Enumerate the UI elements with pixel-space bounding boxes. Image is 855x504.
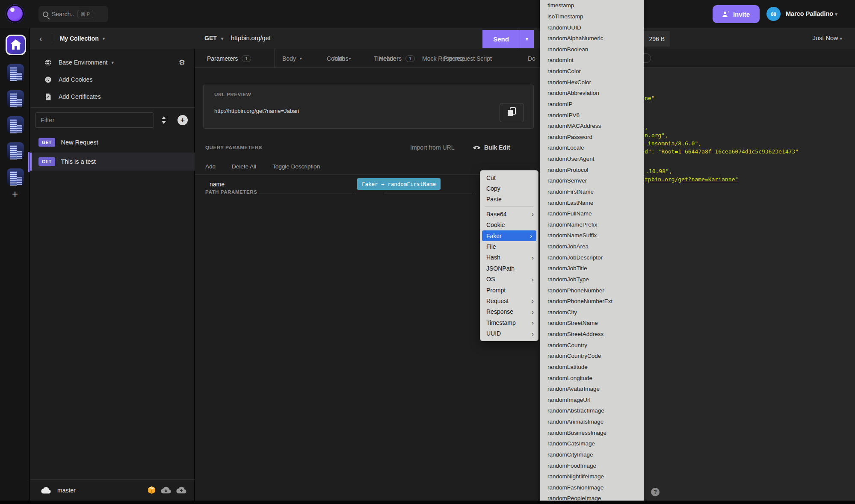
faker-item-randomalphanumeric[interactable]: randomAlphaNumeric	[540, 33, 644, 44]
project-icon[interactable]	[7, 142, 24, 159]
faker-item-randomlatitude[interactable]: randomLatitude	[540, 362, 644, 373]
toolbar-delete-all-button[interactable]: Delete All	[232, 163, 256, 170]
tab-do[interactable]: Do	[526, 49, 537, 68]
faker-item-randomjobtitle[interactable]: randomJobTitle	[540, 263, 644, 274]
faker-item-randomphonenumberext[interactable]: randomPhoneNumberExt	[540, 296, 644, 307]
faker-item-randomphonenumber[interactable]: randomPhoneNumber	[540, 285, 644, 296]
menu-item-base64[interactable]: Base64›	[480, 209, 538, 219]
branch-name[interactable]: master	[57, 487, 76, 494]
response-url-link[interactable]: tpbin.org/get?name=Karianne"	[645, 176, 738, 183]
faker-item-randomstreetaddress[interactable]: randomStreetAddress	[540, 329, 644, 340]
menu-item-timestamp[interactable]: Timestamp›	[480, 317, 538, 328]
copy-url-button[interactable]	[500, 103, 524, 122]
faker-item-randomint[interactable]: randomInt	[540, 55, 644, 66]
menu-item-file[interactable]: File	[480, 241, 538, 252]
faker-item-randomsemver[interactable]: randomSemver	[540, 175, 644, 186]
faker-item-randomnightlifeimage[interactable]: randomNightlifeImage	[540, 471, 644, 482]
faker-item-randombusinessimage[interactable]: randomBusinessImage	[540, 427, 644, 438]
project-icon[interactable]	[7, 90, 24, 107]
menu-item-cut[interactable]: Cut	[480, 172, 538, 183]
faker-item-randomabbreviation[interactable]: randomAbbreviation	[540, 88, 644, 99]
faker-item-randommacaddress[interactable]: randomMACAddress	[540, 121, 644, 132]
faker-item-randomstreetname[interactable]: randomStreetName	[540, 318, 644, 329]
menu-item-request[interactable]: Request›	[480, 295, 538, 306]
add-request-button[interactable]: +	[178, 115, 188, 125]
menu-item-uuid[interactable]: UUID›	[480, 328, 538, 339]
faker-item-randomanimalsimage[interactable]: randomAnimalsImage	[540, 416, 644, 427]
send-options-caret[interactable]: ▼	[520, 30, 534, 48]
faker-template-tag[interactable]: Faker → randomFirstName	[357, 178, 441, 190]
faker-item-randomcity[interactable]: randomCity	[540, 307, 644, 318]
faker-item-randomhexcolor[interactable]: randomHexColor	[540, 77, 644, 88]
menu-item-copy[interactable]: Copy	[480, 183, 538, 194]
filter-input[interactable]	[35, 112, 154, 128]
method-dropdown[interactable]: GET ▾	[204, 35, 223, 41]
faker-item-randomipv6[interactable]: randomIPV6	[540, 109, 644, 121]
faker-item-randomnamesuffix[interactable]: randomNameSuffix	[540, 230, 644, 241]
bulk-edit-toggle[interactable]: Bulk Edit	[473, 144, 510, 151]
menu-item-response[interactable]: Response›	[480, 307, 538, 317]
back-button[interactable]: ‹	[39, 34, 42, 44]
menu-item-os[interactable]: OS›	[480, 274, 538, 285]
project-icon[interactable]	[7, 116, 24, 133]
menu-item-hash[interactable]: Hash›	[480, 252, 538, 263]
cloud-pull-icon[interactable]	[160, 486, 172, 494]
package-icon[interactable]	[147, 486, 156, 495]
faker-item-randomip[interactable]: randomIP	[540, 99, 644, 110]
menu-item-faker[interactable]: Faker›	[482, 230, 536, 241]
faker-item-randompassword[interactable]: randomPassword	[540, 132, 644, 143]
add-cookies-row[interactable]: Add Cookies	[30, 71, 195, 88]
add-organization-button[interactable]: +	[0, 186, 30, 203]
parameter-name-input[interactable]: name	[210, 181, 225, 188]
faker-item-randomcountry[interactable]: randomCountry	[540, 339, 644, 351]
tab-body[interactable]: Body▾	[281, 49, 303, 68]
request-row[interactable]: GETNew Request	[30, 133, 195, 151]
cloud-push-icon[interactable]	[176, 486, 187, 494]
user-menu[interactable]: Marco Palladino ▾	[786, 10, 837, 17]
menu-item-cookie[interactable]: Cookie	[480, 220, 538, 230]
faker-item-randomlongitude[interactable]: randomLongitude	[540, 372, 644, 383]
faker-item-randomcityimage[interactable]: randomCityImage	[540, 449, 644, 460]
request-url[interactable]: httpbin.org/get	[231, 35, 271, 41]
faker-item-randomfashionimage[interactable]: randomFashionImage	[540, 482, 644, 493]
faker-item-randomfirstname[interactable]: randomFirstName	[540, 186, 644, 197]
menu-item-jsonpath[interactable]: JSONPath	[480, 263, 538, 274]
invite-button[interactable]: Invite	[713, 5, 760, 23]
faker-item-randomcolor[interactable]: randomColor	[540, 66, 644, 77]
home-button[interactable]	[6, 35, 26, 55]
request-row[interactable]: GETThis is a test	[30, 153, 195, 171]
faker-item-randomcountrycode[interactable]: randomCountryCode	[540, 351, 644, 362]
menu-item-paste[interactable]: Paste	[480, 194, 538, 205]
faker-item-randomjobdescriptor[interactable]: randomJobDescriptor	[540, 252, 644, 263]
faker-item-isotimestamp[interactable]: isoTimestamp	[540, 11, 644, 22]
faker-item-timestamp[interactable]: timestamp	[540, 0, 644, 11]
faker-item-randomuseragent[interactable]: randomUserAgent	[540, 153, 644, 165]
environment-settings-gear-icon[interactable]: ⚙	[179, 58, 185, 67]
faker-item-randomfoodimage[interactable]: randomFoodImage	[540, 460, 644, 471]
tab-mock-response[interactable]: Mock Response	[420, 49, 467, 68]
project-icon[interactable]	[7, 64, 24, 81]
global-search-input[interactable]: Search.. ⌘ P	[38, 6, 108, 22]
sort-icon[interactable]	[160, 116, 167, 124]
faker-item-randomcatsimage[interactable]: randomCatsImage	[540, 438, 644, 449]
tab-timeline[interactable]: Timeline	[372, 49, 398, 68]
faker-item-randomjobarea[interactable]: randomJobArea	[540, 241, 644, 252]
rail-scroll-indicator[interactable]	[28, 152, 30, 172]
avatar[interactable]: 88	[766, 7, 781, 21]
menu-item-prompt[interactable]: Prompt	[480, 285, 538, 295]
faker-item-randomabstractimage[interactable]: randomAbstractImage	[540, 405, 644, 416]
response-history-dropdown[interactable]: Just Now ▾	[813, 35, 842, 41]
faker-item-randomlocale[interactable]: randomLocale	[540, 142, 644, 153]
send-button[interactable]: Send ▼	[482, 30, 534, 48]
insomnia-logo-icon[interactable]	[6, 5, 24, 23]
base-environment-row[interactable]: Base Environment ▾ ⚙	[30, 54, 195, 71]
add-certificates-row[interactable]: Add Certificates	[30, 88, 195, 105]
import-from-url-button[interactable]: Import from URL	[410, 144, 454, 151]
faker-item-randomavatarimage[interactable]: randomAvatarImage	[540, 383, 644, 395]
faker-item-randomlastname[interactable]: randomLastName	[540, 197, 644, 208]
toolbar-toggle-description-button[interactable]: Toggle Description	[272, 163, 320, 170]
faker-item-randomimageurl[interactable]: randomImageUrl	[540, 395, 644, 406]
faker-item-randomboolean[interactable]: randomBoolean	[540, 44, 644, 55]
tab-cookies[interactable]: Cookies	[325, 49, 350, 68]
help-button[interactable]: ?	[651, 488, 660, 496]
